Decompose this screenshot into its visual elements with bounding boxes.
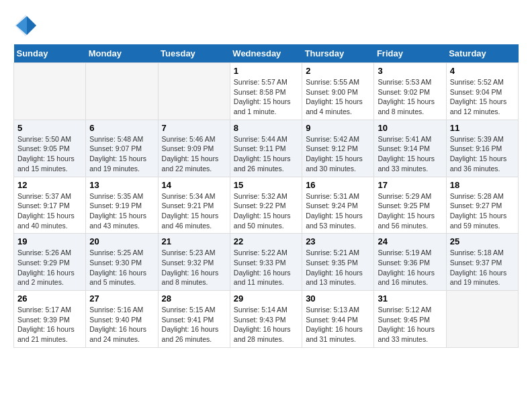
- day-info: Sunrise: 5:34 AM Sunset: 9:21 PM Dayligh…: [162, 191, 226, 231]
- day-info: Sunrise: 5:57 AM Sunset: 8:58 PM Dayligh…: [234, 77, 298, 117]
- day-number: 20: [89, 236, 154, 246]
- day-number: 25: [450, 236, 515, 246]
- day-number: 17: [378, 180, 442, 190]
- calendar-week-row: 26Sunrise: 5:17 AM Sunset: 9:39 PM Dayli…: [14, 291, 519, 348]
- day-number: 28: [162, 293, 226, 304]
- calendar-cell: 11Sunrise: 5:39 AM Sunset: 9:16 PM Dayli…: [446, 120, 518, 177]
- calendar-cell: 23Sunrise: 5:21 AM Sunset: 9:35 PM Dayli…: [302, 234, 374, 291]
- weekday-header: Friday: [374, 44, 446, 63]
- day-number: 27: [89, 293, 154, 304]
- logo: [13, 13, 42, 38]
- calendar-cell: [446, 291, 518, 348]
- day-info: Sunrise: 5:32 AM Sunset: 9:22 PM Dayligh…: [234, 191, 298, 231]
- day-number: 29: [234, 293, 298, 304]
- day-number: 26: [17, 293, 82, 304]
- calendar-table: SundayMondayTuesdayWednesdayThursdayFrid…: [13, 44, 519, 348]
- calendar-cell: 18Sunrise: 5:28 AM Sunset: 9:27 PM Dayli…: [446, 177, 518, 234]
- calendar-cell: 30Sunrise: 5:13 AM Sunset: 9:44 PM Dayli…: [302, 291, 374, 348]
- weekday-header: Tuesday: [158, 44, 230, 63]
- day-number: 30: [306, 293, 370, 304]
- calendar-cell: 21Sunrise: 5:23 AM Sunset: 9:32 PM Dayli…: [158, 234, 230, 291]
- day-number: 4: [450, 66, 515, 76]
- day-info: Sunrise: 5:55 AM Sunset: 9:00 PM Dayligh…: [306, 77, 370, 117]
- day-info: Sunrise: 5:21 AM Sunset: 9:35 PM Dayligh…: [306, 248, 370, 287]
- calendar-week-row: 12Sunrise: 5:37 AM Sunset: 9:17 PM Dayli…: [14, 177, 519, 234]
- calendar-cell: 15Sunrise: 5:32 AM Sunset: 9:22 PM Dayli…: [230, 177, 302, 234]
- day-info: Sunrise: 5:18 AM Sunset: 9:37 PM Dayligh…: [450, 248, 515, 287]
- day-info: Sunrise: 5:39 AM Sunset: 9:16 PM Dayligh…: [450, 134, 515, 174]
- day-info: Sunrise: 5:44 AM Sunset: 9:11 PM Dayligh…: [234, 134, 298, 174]
- day-info: Sunrise: 5:16 AM Sunset: 9:40 PM Dayligh…: [89, 305, 154, 345]
- day-number: 3: [378, 66, 442, 76]
- calendar-cell: 3Sunrise: 5:53 AM Sunset: 9:02 PM Daylig…: [374, 63, 446, 120]
- day-number: 23: [306, 236, 370, 246]
- day-number: 19: [17, 236, 82, 246]
- calendar-cell: 14Sunrise: 5:34 AM Sunset: 9:21 PM Dayli…: [158, 177, 230, 234]
- day-info: Sunrise: 5:35 AM Sunset: 9:19 PM Dayligh…: [89, 191, 154, 231]
- day-info: Sunrise: 5:19 AM Sunset: 9:36 PM Dayligh…: [378, 248, 442, 287]
- day-info: Sunrise: 5:15 AM Sunset: 9:41 PM Dayligh…: [162, 305, 226, 345]
- calendar-cell: 19Sunrise: 5:26 AM Sunset: 9:29 PM Dayli…: [14, 234, 86, 291]
- day-number: 22: [234, 236, 298, 246]
- calendar-cell: 6Sunrise: 5:48 AM Sunset: 9:07 PM Daylig…: [86, 120, 158, 177]
- calendar-cell: [14, 63, 86, 120]
- calendar-cell: 25Sunrise: 5:18 AM Sunset: 9:37 PM Dayli…: [446, 234, 518, 291]
- day-info: Sunrise: 5:14 AM Sunset: 9:43 PM Dayligh…: [234, 305, 298, 345]
- day-info: Sunrise: 5:22 AM Sunset: 9:33 PM Dayligh…: [234, 248, 298, 287]
- day-number: 12: [17, 180, 82, 190]
- svg-marker-1: [27, 16, 36, 35]
- calendar-cell: 12Sunrise: 5:37 AM Sunset: 9:17 PM Dayli…: [14, 177, 86, 234]
- calendar-week-row: 19Sunrise: 5:26 AM Sunset: 9:29 PM Dayli…: [14, 234, 519, 291]
- calendar-cell: 10Sunrise: 5:41 AM Sunset: 9:14 PM Dayli…: [374, 120, 446, 177]
- day-number: 24: [378, 236, 442, 246]
- day-info: Sunrise: 5:42 AM Sunset: 9:12 PM Dayligh…: [306, 134, 370, 174]
- day-info: Sunrise: 5:52 AM Sunset: 9:04 PM Dayligh…: [450, 77, 515, 117]
- day-number: 7: [162, 123, 226, 133]
- calendar-cell: 9Sunrise: 5:42 AM Sunset: 9:12 PM Daylig…: [302, 120, 374, 177]
- weekday-header: Saturday: [446, 44, 518, 63]
- day-number: 31: [378, 293, 442, 304]
- day-info: Sunrise: 5:29 AM Sunset: 9:25 PM Dayligh…: [378, 191, 442, 231]
- weekday-header: Wednesday: [230, 44, 302, 63]
- calendar-cell: 26Sunrise: 5:17 AM Sunset: 9:39 PM Dayli…: [14, 291, 86, 348]
- day-info: Sunrise: 5:12 AM Sunset: 9:45 PM Dayligh…: [378, 305, 442, 345]
- day-info: Sunrise: 5:13 AM Sunset: 9:44 PM Dayligh…: [306, 305, 370, 345]
- calendar-cell: 29Sunrise: 5:14 AM Sunset: 9:43 PM Dayli…: [230, 291, 302, 348]
- day-info: Sunrise: 5:26 AM Sunset: 9:29 PM Dayligh…: [17, 248, 82, 287]
- header-row: SundayMondayTuesdayWednesdayThursdayFrid…: [14, 44, 519, 63]
- day-number: 1: [234, 66, 298, 76]
- calendar-cell: 1Sunrise: 5:57 AM Sunset: 8:58 PM Daylig…: [230, 63, 302, 120]
- calendar-cell: 28Sunrise: 5:15 AM Sunset: 9:41 PM Dayli…: [158, 291, 230, 348]
- calendar-cell: 31Sunrise: 5:12 AM Sunset: 9:45 PM Dayli…: [374, 291, 446, 348]
- logo-icon: [13, 13, 38, 38]
- calendar-cell: 22Sunrise: 5:22 AM Sunset: 9:33 PM Dayli…: [230, 234, 302, 291]
- day-number: 11: [450, 123, 515, 133]
- day-number: 8: [234, 123, 298, 133]
- day-info: Sunrise: 5:53 AM Sunset: 9:02 PM Dayligh…: [378, 77, 442, 117]
- calendar-week-row: 1Sunrise: 5:57 AM Sunset: 8:58 PM Daylig…: [14, 63, 519, 120]
- calendar-cell: [158, 63, 230, 120]
- weekday-header: Monday: [86, 44, 158, 63]
- day-number: 2: [306, 66, 370, 76]
- day-number: 5: [17, 123, 82, 133]
- day-info: Sunrise: 5:31 AM Sunset: 9:24 PM Dayligh…: [306, 191, 370, 231]
- day-info: Sunrise: 5:50 AM Sunset: 9:05 PM Dayligh…: [17, 134, 82, 174]
- calendar-cell: 2Sunrise: 5:55 AM Sunset: 9:00 PM Daylig…: [302, 63, 374, 120]
- day-number: 15: [234, 180, 298, 190]
- day-number: 6: [89, 123, 154, 133]
- calendar-cell: 8Sunrise: 5:44 AM Sunset: 9:11 PM Daylig…: [230, 120, 302, 177]
- calendar-cell: 4Sunrise: 5:52 AM Sunset: 9:04 PM Daylig…: [446, 63, 518, 120]
- day-info: Sunrise: 5:25 AM Sunset: 9:30 PM Dayligh…: [89, 248, 154, 287]
- day-info: Sunrise: 5:37 AM Sunset: 9:17 PM Dayligh…: [17, 191, 82, 231]
- day-info: Sunrise: 5:48 AM Sunset: 9:07 PM Dayligh…: [89, 134, 154, 174]
- calendar-cell: 7Sunrise: 5:46 AM Sunset: 9:09 PM Daylig…: [158, 120, 230, 177]
- day-info: Sunrise: 5:23 AM Sunset: 9:32 PM Dayligh…: [162, 248, 226, 287]
- day-number: 21: [162, 236, 226, 246]
- day-number: 18: [450, 180, 515, 190]
- calendar-cell: [86, 63, 158, 120]
- calendar-week-row: 5Sunrise: 5:50 AM Sunset: 9:05 PM Daylig…: [14, 120, 519, 177]
- calendar-cell: 24Sunrise: 5:19 AM Sunset: 9:36 PM Dayli…: [374, 234, 446, 291]
- day-info: Sunrise: 5:46 AM Sunset: 9:09 PM Dayligh…: [162, 134, 226, 174]
- calendar-cell: 17Sunrise: 5:29 AM Sunset: 9:25 PM Dayli…: [374, 177, 446, 234]
- calendar-cell: 16Sunrise: 5:31 AM Sunset: 9:24 PM Dayli…: [302, 177, 374, 234]
